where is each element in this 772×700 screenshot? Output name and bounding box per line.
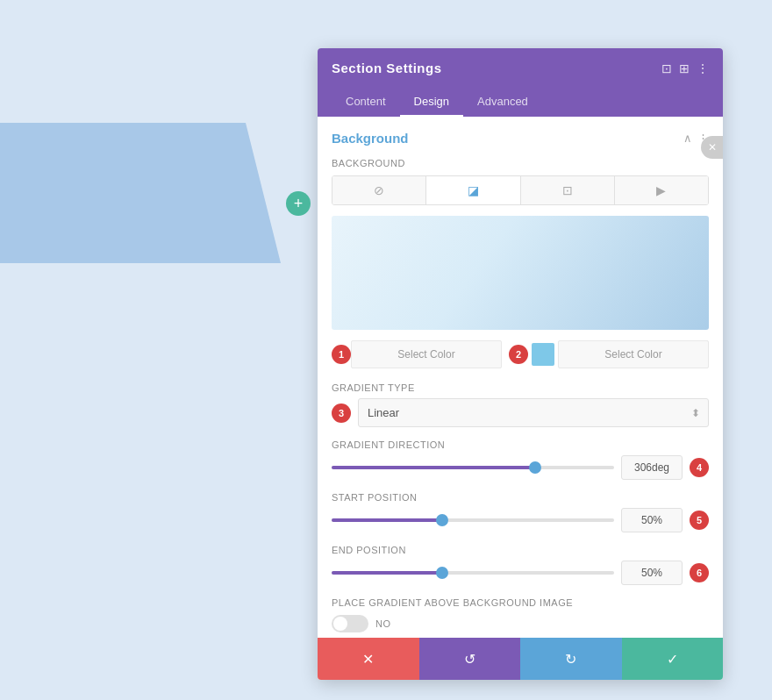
bg-type-image[interactable]: ⊡ [521, 176, 615, 204]
gradient-type-group: Gradient Type 3 Linear Radial ⬍ [332, 382, 709, 427]
gradient-icon: ◪ [468, 183, 479, 197]
section-title-row: Background ∧ ⋮ [332, 131, 709, 146]
expand-icon[interactable]: ⊡ [661, 61, 672, 75]
start-position-slider-row: 50% 5 [332, 508, 709, 532]
gradient-type-label: Gradient Type [332, 382, 709, 393]
image-icon: ⊡ [562, 183, 573, 197]
gradient-preview [332, 216, 709, 330]
slider-fill [332, 466, 535, 469]
gradient-type-wrapper: 3 Linear Radial ⬍ [332, 398, 709, 427]
toggle-label: Place Gradient Above Background Image [332, 597, 709, 608]
header-icons: ⊡ ⊞ ⋮ [661, 61, 709, 75]
slider-track [332, 466, 614, 469]
settings-panel: Section Settings ⊡ ⊞ ⋮ Content Design Ad… [318, 48, 723, 680]
start-position-label: Start Position [332, 492, 709, 503]
color1-select-button[interactable]: Select Color [351, 340, 502, 368]
more-icon[interactable]: ⋮ [697, 61, 709, 75]
slider-track-end [332, 571, 614, 575]
color2-swatch[interactable] [532, 343, 554, 366]
undo-button[interactable]: ↺ [419, 638, 521, 680]
gradient-above-toggle-row: Place Gradient Above Background Image NO [332, 597, 709, 632]
tab-content[interactable]: Content [332, 88, 400, 117]
redo-button[interactable]: ↻ [520, 638, 622, 680]
color2-select-button[interactable]: Select Color [558, 340, 709, 368]
slider-thumb-start[interactable] [436, 514, 448, 526]
end-position-slider[interactable] [332, 571, 614, 575]
end-position-label: End Position [332, 545, 709, 555]
color2-badge: 2 [509, 345, 528, 364]
color1-badge: 1 [332, 345, 351, 364]
video-icon: ▶ [656, 183, 666, 197]
end-position-value[interactable]: 50% [621, 561, 683, 585]
add-section-button[interactable]: + [286, 191, 311, 216]
bg-type-video[interactable]: ▶ [615, 176, 708, 204]
redo-icon: ↻ [565, 651, 576, 668]
bg-type-none[interactable]: ⊘ [332, 176, 426, 204]
start-position-group: Start Position 50% 5 [332, 492, 709, 532]
plus-icon: + [294, 195, 304, 213]
gradient-direction-group: Gradient Direction 306deg 4 [332, 439, 709, 480]
end-position-group: End Position 50% 6 [332, 545, 709, 585]
slider-thumb-end[interactable] [436, 567, 448, 579]
gradient-type-badge: 3 [332, 404, 351, 423]
gradient-direction-value[interactable]: 306deg [621, 455, 683, 480]
start-position-badge: 5 [690, 511, 709, 530]
color-selectors-row: 1 Select Color 2 Select Color [332, 340, 709, 368]
slider-thumb[interactable] [529, 461, 541, 474]
slider-track-start [332, 518, 614, 522]
bg-type-gradient[interactable]: ◪ [426, 176, 520, 204]
panel-content: Background ∧ ⋮ Background ⊘ ◪ ⊡ ▶ [318, 117, 723, 638]
start-position-value[interactable]: 50% [621, 508, 683, 532]
tab-design[interactable]: Design [400, 88, 463, 117]
grid-icon[interactable]: ⊞ [679, 61, 690, 75]
save-button[interactable]: ✓ [622, 638, 724, 680]
gradient-direction-badge: 4 [690, 458, 709, 477]
panel-tabs: Content Design Advanced [318, 88, 723, 117]
start-position-slider[interactable] [332, 518, 614, 522]
action-bar: ✕ ↺ ↻ ✓ [318, 638, 723, 680]
section-title: Background [332, 131, 409, 146]
gradient-direction-slider-row: 306deg 4 [332, 455, 709, 480]
gradient-type-select[interactable]: Linear Radial [358, 398, 709, 427]
panel-header: Section Settings ⊡ ⊞ ⋮ [318, 48, 723, 88]
end-position-badge: 6 [690, 563, 709, 582]
cancel-button[interactable]: ✕ [318, 638, 419, 680]
toggle-knob [333, 617, 347, 631]
end-position-slider-row: 50% 6 [332, 561, 709, 585]
gradient-direction-slider[interactable] [332, 466, 614, 469]
panel-title: Section Settings [332, 61, 442, 75]
background-type-tabs: ⊘ ◪ ⊡ ▶ [332, 175, 709, 205]
toggle-state: NO [375, 618, 391, 629]
save-icon: ✓ [667, 651, 678, 668]
tab-advanced[interactable]: Advanced [463, 88, 542, 117]
close-icon: ✕ [708, 141, 717, 154]
slider-fill-end [332, 571, 442, 575]
toggle-switch[interactable] [332, 615, 368, 632]
slider-fill-start [332, 518, 442, 522]
no-bg-icon: ⊘ [374, 183, 384, 197]
gradient-direction-label: Gradient Direction [332, 439, 709, 450]
undo-icon: ↺ [464, 651, 475, 668]
toggle-switch-row: NO [332, 615, 709, 632]
cancel-icon: ✕ [362, 651, 374, 668]
gradient-preview-inner [332, 216, 709, 330]
background-field-label: Background [332, 158, 709, 168]
collapse-icon[interactable]: ∧ [683, 132, 692, 145]
close-button[interactable]: ✕ [701, 136, 723, 159]
